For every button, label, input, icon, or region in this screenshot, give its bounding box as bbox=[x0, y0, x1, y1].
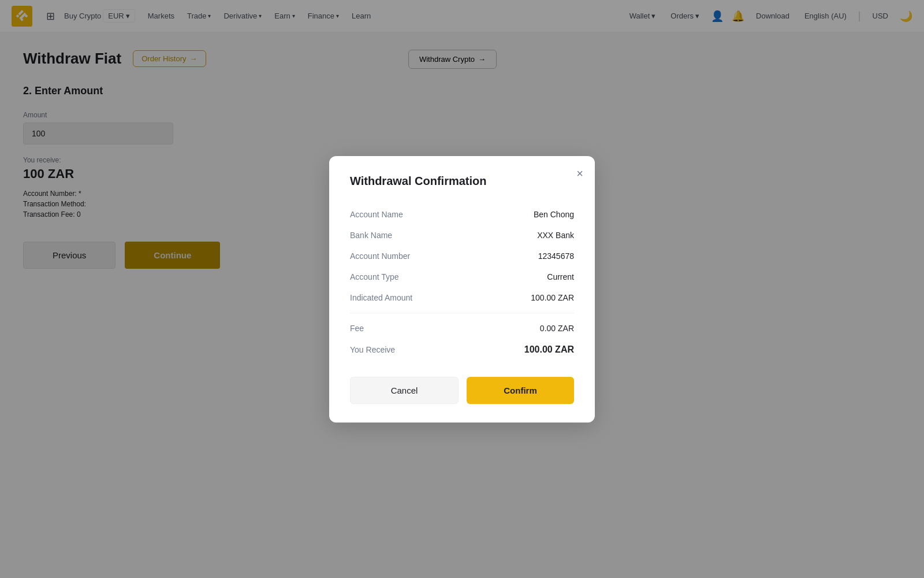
modal-account-type-label: Account Type bbox=[350, 272, 399, 281]
modal-close-button[interactable]: × bbox=[576, 168, 583, 179]
modal-account-number-label: Account Number bbox=[350, 251, 410, 261]
modal-bank-name-row: Bank Name XXX Bank bbox=[350, 225, 574, 246]
modal-account-type-row: Account Type Current bbox=[350, 266, 574, 287]
modal-bank-name-label: Bank Name bbox=[350, 231, 392, 240]
modal-account-number-row: Account Number 12345678 bbox=[350, 246, 574, 266]
withdrawal-confirmation-modal: Withdrawal Confirmation × Account Name B… bbox=[329, 156, 595, 287]
modal-account-number-value: 12345678 bbox=[538, 251, 574, 261]
modal-account-name-row: Account Name Ben Chong bbox=[350, 204, 574, 225]
modal-account-name-label: Account Name bbox=[350, 210, 403, 219]
modal-overlay[interactable]: Withdrawal Confirmation × Account Name B… bbox=[0, 0, 924, 286]
modal-title: Withdrawal Confirmation bbox=[350, 175, 574, 188]
modal-account-type-value: Current bbox=[547, 272, 574, 281]
modal-bank-name-value: XXX Bank bbox=[537, 231, 574, 240]
modal-account-name-value: Ben Chong bbox=[534, 210, 574, 219]
